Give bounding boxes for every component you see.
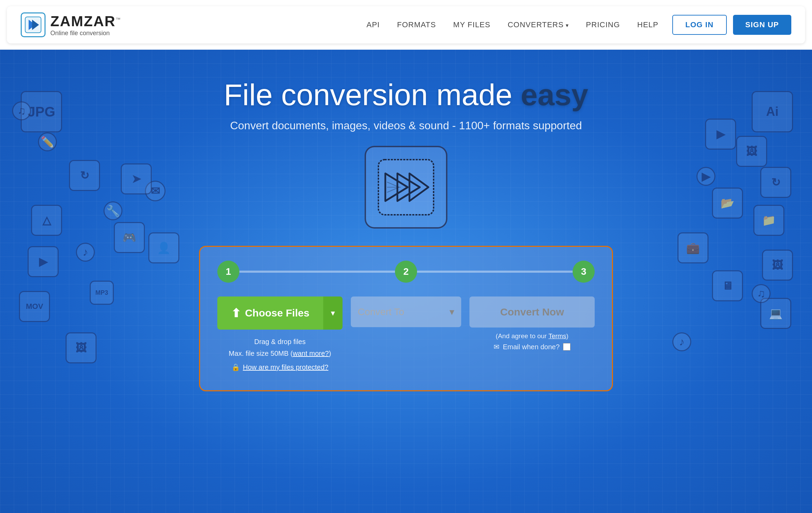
max-size-text: Max. file size 50MB (: [229, 350, 293, 357]
choose-files-label: Choose Files: [245, 307, 309, 319]
drag-drop-text: Drag & drop files: [217, 336, 343, 348]
choose-files-area: ⬆ Choose Files ▾ Drag & drop files Max. …: [217, 296, 343, 373]
conversion-widget: 1 2 3 ⬆ Choose Files ▾: [199, 246, 613, 391]
email-when-done-label: Email when done?: [503, 343, 560, 351]
hero-section: JPG ✏️ ↻ 🔧 ▶ MOV 🖼 ♪ △ MP3 ♫ 🎮 ✉ 👤 ➤ Ai …: [0, 50, 812, 513]
email-row: ✉ Email when done?: [469, 343, 595, 351]
nav-link-formats[interactable]: FORMATS: [397, 20, 436, 29]
step-1-circle: 1: [217, 261, 239, 283]
nav-links: API FORMATS MY FILES CONVERTERS PRICING …: [366, 20, 658, 29]
logo-text: ZAMZAR™ Online file conversion: [50, 13, 121, 37]
svg-rect-3: [378, 160, 434, 215]
max-size-row: Max. file size 50MB (want more?): [217, 348, 343, 359]
logo-tm: ™: [116, 17, 121, 22]
chevron-down-icon: ▾: [449, 306, 454, 318]
hero-title-bold: easy: [521, 78, 588, 112]
lock-row: 🔒 How are my files protected?: [217, 361, 343, 373]
logo-icon: [21, 12, 46, 37]
nav-link-pricing[interactable]: PRICING: [586, 20, 620, 29]
choose-files-btn-group: ⬆ Choose Files ▾: [217, 296, 343, 330]
navbar: ZAMZAR™ Online file conversion API FORMA…: [7, 6, 805, 43]
email-icon: ✉: [494, 343, 499, 351]
convert-now-area: Convert Now (And agree to our Terms) ✉ E…: [469, 296, 595, 351]
widget-row: ⬆ Choose Files ▾ Drag & drop files Max. …: [217, 296, 595, 373]
choose-files-info: Drag & drop files Max. file size 50MB (w…: [217, 336, 343, 373]
zamzar-logo-svg: [24, 16, 42, 33]
steps-bar: 1 2 3: [217, 261, 595, 283]
max-size-end: ): [329, 350, 331, 357]
step-line-2: [417, 271, 573, 273]
convert-to-select[interactable]: Convert To ▾: [351, 296, 461, 327]
file-protection-link[interactable]: How are my files protected?: [243, 361, 328, 373]
convert-to-label: Convert To: [358, 306, 404, 318]
terms-link[interactable]: Terms: [548, 332, 566, 340]
want-more-link[interactable]: want more?: [293, 350, 329, 357]
center-logo-svg: [375, 156, 437, 218]
nav-link-api[interactable]: API: [366, 20, 379, 29]
email-when-done-checkbox[interactable]: [563, 343, 571, 351]
choose-files-button[interactable]: ⬆ Choose Files: [217, 296, 323, 330]
logo-sub: Online file conversion: [50, 30, 121, 37]
lock-icon: 🔒: [231, 361, 240, 373]
login-button[interactable]: LOG IN: [672, 15, 727, 35]
step-2-circle: 2: [395, 261, 417, 283]
logo-name: ZAMZAR™: [50, 13, 121, 30]
logo-area: ZAMZAR™ Online file conversion: [21, 12, 121, 37]
choose-files-dropdown-button[interactable]: ▾: [323, 296, 343, 330]
nav-link-help[interactable]: HELP: [637, 20, 658, 29]
step-3-circle: 3: [573, 261, 595, 283]
nav-buttons: LOG IN SIGN UP: [672, 15, 791, 35]
hero-subtitle: Convert documents, images, videos & soun…: [0, 119, 812, 132]
nav-link-converters[interactable]: CONVERTERS: [508, 20, 569, 29]
hero-title: File conversion made easy: [0, 77, 812, 112]
convert-agree-text: (And agree to our Terms): [469, 332, 595, 340]
hero-content: File conversion made easy Convert docume…: [0, 50, 812, 391]
signup-button[interactable]: SIGN UP: [733, 15, 791, 35]
upload-icon: ⬆: [231, 306, 241, 320]
nav-link-myfiles[interactable]: MY FILES: [453, 20, 491, 29]
step-line-1: [239, 271, 395, 273]
convert-now-button[interactable]: Convert Now: [469, 296, 595, 328]
hero-center-logo: [365, 146, 447, 229]
convert-to-area: Convert To ▾: [351, 296, 461, 327]
